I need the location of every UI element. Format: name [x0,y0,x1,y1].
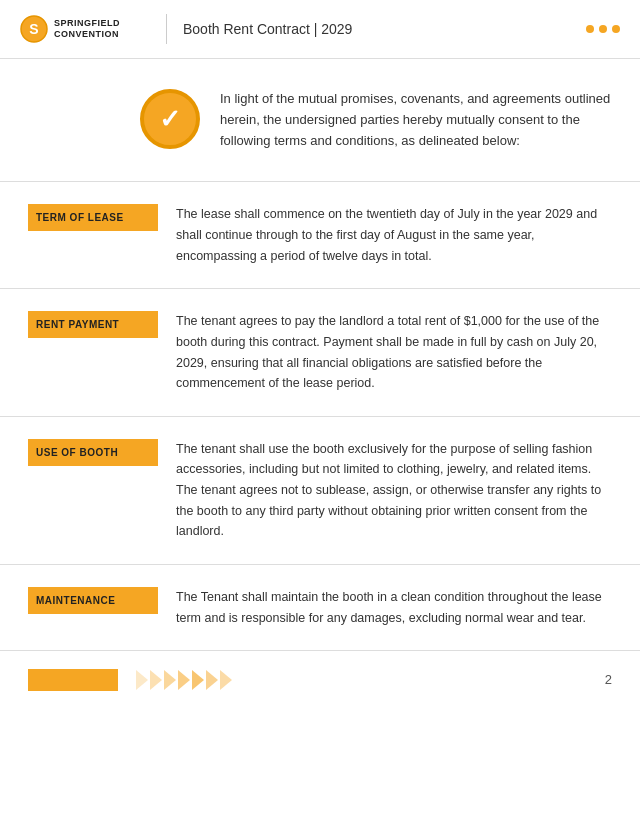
dot-3 [612,25,620,33]
header: S SPRINGFIELD CONVENTION Booth Rent Cont… [0,0,640,59]
footer: 2 [0,651,640,709]
header-title: Booth Rent Contract | 2029 [183,21,586,37]
check-mark-icon: ✓ [159,106,181,132]
svg-text:S: S [29,21,38,37]
arrow-chevron-3 [164,670,176,690]
arrow-chevron-5 [192,670,204,690]
section-label-0: TERM OF LEASE [28,204,158,231]
intro-section: ✓ In light of the mutual promises, coven… [0,59,640,182]
arrow-chevron-4 [178,670,190,690]
arrow-chevron-6 [206,670,218,690]
section-row-3: MAINTENANCEThe Tenant shall maintain the… [0,565,640,651]
header-dots [586,25,620,33]
section-content-2: The tenant shall use the booth exclusive… [176,439,612,542]
logo-icon: S [20,15,48,43]
section-row-0: TERM OF LEASEThe lease shall commence on… [0,182,640,289]
page: S SPRINGFIELD CONVENTION Booth Rent Cont… [0,0,640,828]
logo-text: SPRINGFIELD CONVENTION [54,18,120,40]
header-divider [166,14,167,44]
intro-text: In light of the mutual promises, covenan… [220,89,612,151]
logo-area: S SPRINGFIELD CONVENTION [20,15,150,43]
sections-container: TERM OF LEASEThe lease shall commence on… [0,182,640,651]
arrow-chevron-2 [150,670,162,690]
footer-yellow-bar [28,669,118,691]
arrow-chevron-1 [136,670,148,690]
arrow-chevron-7 [220,670,232,690]
section-row-1: RENT PAYMENTThe tenant agrees to pay the… [0,289,640,417]
section-content-0: The lease shall commence on the twentiet… [176,204,612,266]
page-number: 2 [605,672,612,687]
dot-2 [599,25,607,33]
section-label-3: MAINTENANCE [28,587,158,614]
section-content-1: The tenant agrees to pay the landlord a … [176,311,612,394]
section-label-2: USE OF BOOTH [28,439,158,466]
footer-arrow-pattern [136,670,232,690]
section-label-1: RENT PAYMENT [28,311,158,338]
check-icon-wrap: ✓ [140,89,200,149]
dot-1 [586,25,594,33]
section-row-2: USE OF BOOTHThe tenant shall use the boo… [0,417,640,565]
section-content-3: The Tenant shall maintain the booth in a… [176,587,612,628]
